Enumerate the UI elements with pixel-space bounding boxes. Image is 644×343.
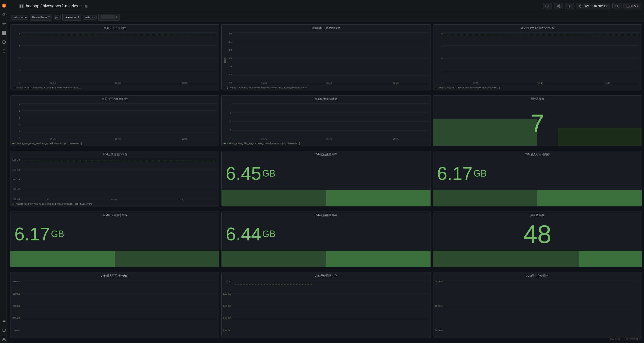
panel-title-heap-used: JVM已使用堆内存 [222, 272, 430, 278]
svg-rect-8 [4, 33, 6, 35]
y-axis-non-heap: 140 MB120 MB100 MB80 MB60 MB [11, 159, 20, 200]
panel-content-peak-threads: 48 [433, 218, 642, 267]
panel-open-sessions: 当前打开的session数 543210 16:35 16:40 16:45 [10, 95, 219, 146]
svg-text:16:35: 16:35 [261, 82, 267, 84]
job-label: job [54, 15, 61, 20]
job-select[interactable]: hiveserver2 [62, 14, 81, 21]
panel-title-jvm-init-heap: JVM初始化堆内存 [222, 212, 430, 218]
svg-rect-15 [20, 5, 21, 6]
panel-jvm-init-heap: JVM初始化堆内存 6.44 GB [221, 212, 431, 267]
svg-point-22 [559, 5, 560, 6]
panel-content-runtask: 43210 16:35 16:40 16:45 metrics_active_c… [222, 101, 430, 146]
y-axis-open-sessions: 543210 [11, 103, 20, 140]
chart-heap-rate [447, 280, 640, 332]
star-icon[interactable]: ☆ [80, 4, 83, 8]
panel-content-non-heap-committed: 140 MB120 MB100 MB80 MB60 MB 16:35 16:40… [10, 157, 219, 206]
panel-content-heap-usage-rate: 30.00%25.00%20.00% [433, 278, 642, 338]
panel-title-open-sessions: 当前打开的session数 [10, 96, 219, 101]
datasource-select[interactable]: Prometheus ▾ [30, 14, 52, 21]
share-dashboard-button[interactable] [554, 3, 563, 9]
svg-text:16:40: 16:40 [111, 198, 117, 201]
jvm-init-total-value-area: 6.45 GB [222, 157, 430, 190]
jvm-max-total-value: 6.17 [14, 224, 50, 244]
time-range-button[interactable]: Last 15 minutes ▾ [576, 3, 610, 9]
zoom-out-button[interactable] [612, 3, 621, 9]
sidebar-icon-star[interactable] [1, 20, 8, 27]
sidebar: G [0, 0, 8, 343]
y-axis-max-direct: 0.00 B-250mB-500mB-750mB-1.00 B [11, 280, 20, 332]
panel-content-jvm-max-heap: 6.17 GB [433, 157, 642, 206]
svg-text:16:35: 16:35 [50, 138, 56, 140]
panel-title-tez-jobs: 提交的Hive on Tez作业总数 [433, 25, 642, 30]
svg-text:G: G [3, 4, 5, 7]
svg-text:16:45: 16:45 [393, 82, 399, 84]
jvm-max-total-unit: GB [51, 229, 64, 239]
refresh-button[interactable]: 10s ▾ [623, 3, 641, 9]
svg-text:16:40: 16:40 [326, 138, 332, 140]
instance-select[interactable]: ▾ [98, 14, 120, 21]
grafana-icon [19, 4, 24, 8]
legend-open-sessions: metrics_hs2_open_sessions_Value{instance… [12, 142, 82, 145]
share-icon[interactable]: ⎘ [85, 4, 87, 8]
topbar-actions: Last 15 minutes ▾ 10s ▾ [543, 3, 641, 9]
sidebar-icon-search[interactable] [1, 11, 8, 18]
panel-title-peak-threads: 巅值线程数 [433, 212, 642, 218]
panel-title-jvm-max-heap: JVM最大可用堆内存 [433, 151, 642, 157]
tv-mode-button[interactable] [543, 3, 552, 9]
sidebar-icon-logo[interactable]: G [1, 2, 8, 9]
svg-text:16:45: 16:45 [179, 198, 184, 201]
svg-rect-18 [22, 6, 23, 8]
svg-point-12 [3, 321, 5, 322]
panel-content-jvm-init-total: 6.45 GB [222, 157, 430, 206]
panel-title-jvm-max-total: JVM最大可用总内存 [10, 212, 219, 218]
y-axis-open-connections: 54321 [11, 32, 20, 84]
chart-max-direct [24, 280, 217, 332]
bar-1 [222, 190, 326, 206]
svg-marker-10 [4, 41, 4, 42]
chart-open-sessions: 16:35 16:40 16:45 [21, 103, 217, 140]
panel-title-non-heap-committed: JVM已预留堆外内存 [10, 151, 219, 157]
svg-line-3 [5, 15, 6, 16]
jvm-init-heap-value-area: 6.44 GB [222, 218, 430, 251]
jvm-init-heap-unit: GB [262, 229, 275, 239]
bar-3 [433, 190, 538, 206]
svg-text:16:40: 16:40 [115, 138, 121, 140]
filterbar: datasource Prometheus ▾ job hiveserver2 … [8, 12, 644, 22]
settings-button[interactable] [565, 3, 574, 9]
bar-6 [115, 251, 219, 267]
legend-tez-jobs: metrics_hive_tez_tasks_Count{instance=~ … [435, 86, 500, 89]
svg-marker-4 [3, 22, 6, 25]
panel-title-active-sessions: 当前活跃的session个数 [222, 25, 430, 30]
jvm-max-total-bar [10, 251, 219, 267]
panel-content-active-sessions: count 3.02.52.01.51.00.50.0 16:35 16:40 … [222, 30, 430, 90]
panel-content-max-direct: 0.00 B-250mB-500mB-750mB-1.00 B [10, 278, 219, 338]
sidebar-icon-shield[interactable] [1, 327, 8, 334]
sidebar-icon-bell[interactable] [1, 48, 8, 55]
panel-title-jvm-init-total: JVM初始化总内存 [222, 151, 430, 157]
panel-tez-jobs: 提交的Hive on Tez作业总数 54321 16:35 16:40 16:… [433, 24, 642, 90]
jvm-init-heap-value: 6.44 [226, 224, 261, 244]
legend-open-connections: metrics_open_connections_Count{instance=… [12, 86, 81, 89]
sidebar-icon-user[interactable] [1, 336, 8, 343]
cumulative-value: 7 [433, 109, 642, 138]
sidebar-icon-settings[interactable] [1, 318, 8, 325]
svg-marker-34 [629, 5, 629, 5]
jvm-max-total-value-area: 6.17 GB [10, 218, 219, 251]
svg-point-24 [559, 7, 560, 8]
panel-title-open-connections: 当前打开的连接数 [10, 25, 219, 30]
bar-9 [433, 251, 579, 267]
svg-text:16:40: 16:40 [326, 82, 332, 84]
panel-active-sessions: 当前活跃的session个数 count 3.02.52.01.51.00.50… [221, 24, 431, 90]
panel-open-connections: 当前打开的连接数 54321 16: [10, 24, 219, 90]
legend-runtask: metrics_active_calls_api_runTasks_Count{… [224, 142, 300, 145]
sidebar-icon-compass[interactable] [1, 39, 8, 46]
svg-text:16:35: 16:35 [50, 82, 56, 84]
peak-threads-value: 48 [523, 220, 551, 249]
chart-tez-jobs: 16:35 16:40 16:45 [443, 32, 640, 84]
panel-heap-usage-rate: JVM堆内存使用率 30.00%25.00%20.00% [433, 272, 642, 338]
svg-line-26 [558, 6, 559, 7]
sidebar-icon-grid[interactable] [1, 29, 8, 36]
topbar: hadoop / hiveserver2-metrics ☆ ⎘ Last 15… [8, 0, 644, 12]
y-axis-heap-used: 2 GB1.80 GB1.60 GB1.40 GB1.20 GB [223, 280, 231, 332]
svg-text:16:35: 16:35 [261, 138, 267, 140]
